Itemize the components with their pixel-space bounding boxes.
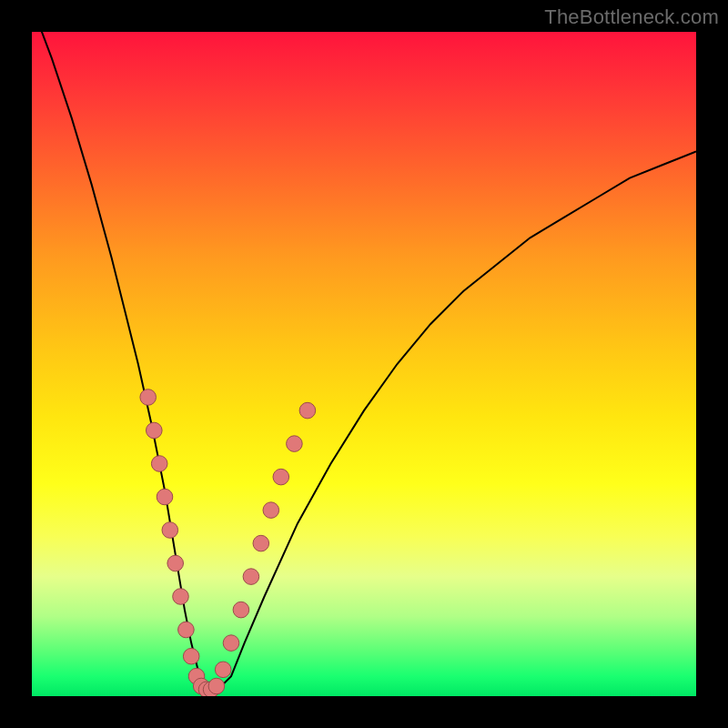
curve-marker: [287, 436, 303, 452]
curve-marker: [243, 569, 259, 585]
curve-marker: [263, 502, 279, 519]
curve-marker: [157, 489, 173, 505]
watermark-text: TheBottleneck.com: [544, 5, 719, 29]
curve-marker: [273, 469, 289, 485]
bottleneck-curve-svg: [32, 32, 696, 696]
curve-marker: [223, 635, 239, 652]
plot-area: [32, 32, 696, 696]
curve-marker: [299, 402, 316, 419]
curve-marker: [178, 622, 195, 638]
curve-marker: [147, 422, 163, 439]
bottleneck-curve: [32, 32, 696, 690]
curve-marker: [183, 648, 199, 664]
chart-frame: TheBottleneck.com: [0, 0, 728, 728]
curve-marker: [208, 678, 225, 694]
curve-marker: [173, 589, 189, 605]
curve-marker: [151, 456, 167, 472]
curve-marker: [140, 389, 157, 406]
curve-marker: [233, 602, 249, 618]
curve-marker: [162, 522, 178, 539]
curve-marker: [167, 555, 184, 571]
curve-marker: [253, 535, 269, 551]
curve-marker: [215, 662, 231, 678]
